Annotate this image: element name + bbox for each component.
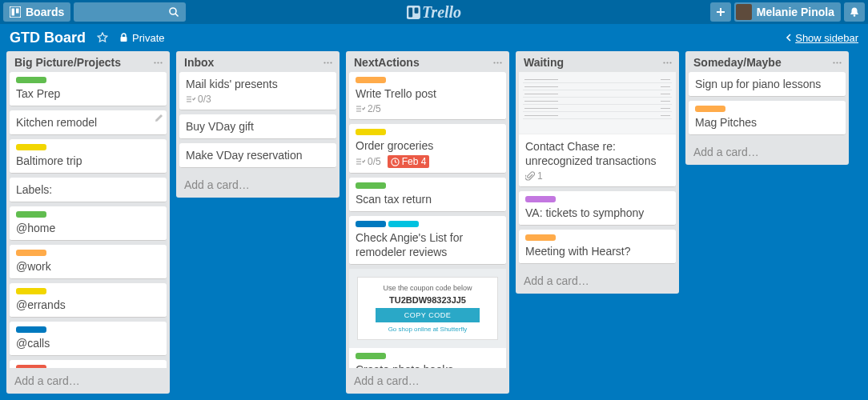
card[interactable]: !urgent <box>10 360 167 368</box>
label-green[interactable] <box>16 77 46 83</box>
global-header: Boards Trello Melanie Pinola <box>0 0 868 24</box>
card[interactable]: Buy VDay gift <box>179 114 336 139</box>
add-card-button[interactable]: Add a card… <box>176 172 340 198</box>
label-blue[interactable] <box>16 326 46 333</box>
card[interactable]: Scan tax return <box>349 178 506 212</box>
privacy-indicator[interactable]: Private <box>119 32 164 44</box>
list: Big Picture/ProjectsTax PrepKitchen remo… <box>6 51 170 394</box>
card-title: Labels: <box>16 182 160 197</box>
list: NextActionsWrite Trello post2/5Order gro… <box>346 51 509 394</box>
card-title: Sign up for piano lessons <box>695 77 839 91</box>
label-orange[interactable] <box>356 77 386 83</box>
svg-point-20 <box>663 62 665 63</box>
list-menu-button[interactable] <box>832 58 842 68</box>
label-blue[interactable] <box>356 221 386 227</box>
list-title[interactable]: Inbox <box>184 56 214 69</box>
add-card-button[interactable]: Add a card… <box>6 368 170 394</box>
list-title[interactable]: Waiting <box>524 56 564 69</box>
svg-point-3 <box>170 8 176 14</box>
card-badges: 0/5Feb 4 <box>356 155 500 168</box>
boards-icon <box>10 6 21 18</box>
card[interactable]: Mail kids' presents0/3 <box>179 72 336 110</box>
checklist-badge: 0/5 <box>356 156 381 167</box>
checklist-badge: 0/3 <box>186 94 211 105</box>
card[interactable]: Sign up for piano lessons <box>689 72 846 97</box>
card[interactable]: @calls <box>10 322 167 356</box>
label-orange[interactable] <box>695 106 725 112</box>
lock-icon <box>119 33 128 42</box>
copy-code-button: COPY CODE <box>376 308 480 322</box>
add-card-button[interactable]: Add a card… <box>346 368 509 394</box>
card[interactable]: VA: tickets to symphony <box>519 191 676 226</box>
list-menu-button[interactable] <box>492 58 503 68</box>
card[interactable]: @home <box>10 206 167 241</box>
user-menu-button[interactable]: Melanie Pinola <box>734 2 841 22</box>
add-card-button[interactable]: Add a card… <box>685 139 849 165</box>
label-purple[interactable] <box>525 196 556 202</box>
star-button[interactable] <box>97 32 108 43</box>
label-yellow[interactable] <box>16 288 46 294</box>
card[interactable]: Tax Prep <box>10 72 167 106</box>
list-menu-button[interactable] <box>153 58 163 68</box>
card-title: @errands <box>16 298 160 312</box>
card-title: @home <box>16 221 160 235</box>
list-title[interactable]: Big Picture/Projects <box>14 56 121 69</box>
attachment-badge: 1 <box>525 170 543 182</box>
trello-logo[interactable]: Trello <box>407 3 461 22</box>
label-green[interactable] <box>356 353 386 359</box>
label-orange[interactable] <box>16 250 46 256</box>
trello-logo-icon <box>407 6 420 19</box>
notifications-button[interactable] <box>844 2 865 22</box>
card[interactable]: Kitchen remodel <box>10 110 167 135</box>
add-button[interactable] <box>710 2 731 22</box>
list-header: NextActions <box>346 51 509 72</box>
coupon-instruction: Use the coupon code below <box>364 284 491 292</box>
search-input[interactable] <box>74 2 186 22</box>
add-card-button[interactable]: Add a card… <box>516 268 679 294</box>
list-menu-button[interactable] <box>323 58 333 68</box>
show-sidebar-button[interactable]: Show sidebar <box>786 32 858 44</box>
card[interactable]: Use the coupon code belowTU2BDW98323JJ5C… <box>349 269 506 368</box>
list-title[interactable]: Someday/Maybe <box>693 56 782 69</box>
board-canvas[interactable]: Big Picture/ProjectsTax PrepKitchen remo… <box>0 51 868 400</box>
board-title[interactable]: GTD Board <box>10 30 86 46</box>
card-labels <box>16 144 160 150</box>
svg-point-18 <box>500 62 501 63</box>
svg-point-8 <box>854 14 856 17</box>
card[interactable]: @work <box>10 245 167 279</box>
boards-button[interactable]: Boards <box>3 2 70 22</box>
card[interactable]: ————————————————————————————————————————… <box>519 72 676 187</box>
card[interactable]: Make VDay reservation <box>179 143 336 168</box>
label-green[interactable] <box>16 211 46 218</box>
label-sky[interactable] <box>388 221 419 227</box>
card-labels <box>356 182 500 189</box>
card[interactable]: Labels: <box>10 178 167 202</box>
card[interactable]: Order groceries0/5Feb 4 <box>349 124 506 174</box>
label-orange[interactable] <box>525 234 556 241</box>
label-yellow[interactable] <box>356 129 386 135</box>
edit-card-button[interactable] <box>155 114 163 122</box>
list-cards: Mail kids' presents0/3Buy VDay giftMake … <box>176 72 340 172</box>
card[interactable]: Baltimore trip <box>10 139 167 174</box>
label-green[interactable] <box>356 182 386 189</box>
label-red[interactable] <box>16 365 46 368</box>
card[interactable]: Write Trello post2/5 <box>349 72 506 120</box>
list: Waiting—————————————————————————————————… <box>516 51 679 294</box>
checklist-count: 0/3 <box>198 94 211 105</box>
list-title[interactable]: NextActions <box>354 56 420 69</box>
card-labels <box>356 77 500 83</box>
card-badges: 0/3 <box>186 94 330 105</box>
list-cards: Write Trello post2/5Order groceries0/5Fe… <box>346 72 509 368</box>
card-labels <box>16 211 160 218</box>
card[interactable]: Mag Pitches <box>689 101 846 135</box>
card[interactable]: Meeting with Hearst? <box>519 230 676 264</box>
card[interactable]: @errands <box>10 283 167 318</box>
label-yellow[interactable] <box>16 144 46 150</box>
svg-point-25 <box>839 62 841 63</box>
svg-point-22 <box>669 62 671 63</box>
list: Someday/MaybeSign up for piano lessonsMa… <box>685 51 849 165</box>
list-menu-button[interactable] <box>662 58 673 68</box>
checklist-count: 0/5 <box>368 156 381 167</box>
shutterfly-link: Go shop online at Shutterfly <box>364 326 491 333</box>
card[interactable]: Check Angie's List for remodeler reviews <box>349 216 506 265</box>
